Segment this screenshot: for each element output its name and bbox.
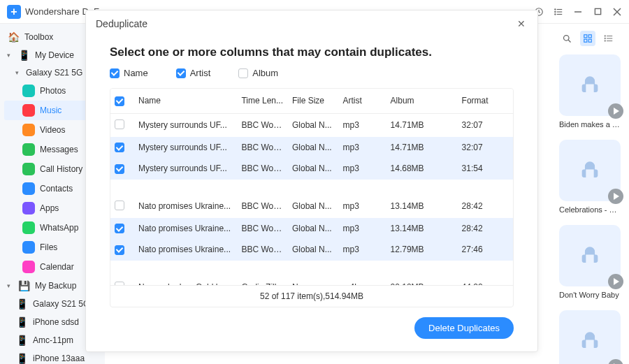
cell-time: BBC Worl... [237, 218, 288, 240]
column-filter-artist[interactable]: Artist [176, 68, 211, 78]
cell-artist: mp3 [339, 195, 386, 218]
cell-name: Mystery surrounds UF... [134, 113, 237, 137]
row-checkbox[interactable] [115, 201, 124, 210]
cell-format: 32:07 [458, 137, 513, 159]
cell-artist: mp3 [339, 158, 386, 180]
cell-time: BBC Worl... [237, 137, 288, 159]
column-filter-row: NameArtistAlbum [110, 68, 514, 78]
row-checkbox[interactable] [115, 119, 124, 129]
cell-artist: m4b [339, 276, 386, 286]
cell-format: 28:42 [458, 218, 513, 240]
cell-artist: mp3 [339, 113, 386, 137]
cell-album: 14.71MB [386, 137, 458, 159]
table-row[interactable]: Mystery surrounds UF... BBC Worl... Glob… [110, 158, 513, 180]
cell-size: Global N... [288, 137, 339, 159]
cell-time: Gerlis Zill... [237, 276, 288, 286]
row-checkbox[interactable] [115, 143, 124, 152]
cell-album: 13.14MB [386, 195, 458, 218]
cell-format: 32:07 [458, 113, 513, 137]
column-filter-name[interactable]: Name [110, 68, 148, 78]
table-row[interactable]: Nato promises Ukraine... BBC Worl... Glo… [110, 218, 513, 240]
column-header[interactable]: Name [134, 89, 237, 113]
select-all-header[interactable] [110, 89, 134, 113]
duplicates-table: NameTime Len...File SizeArtistAlbumForma… [110, 88, 514, 307]
cell-name: Nur noch eben Geld ho... [134, 276, 237, 286]
table-row[interactable]: Nur noch eben Geld ho... Gerlis Zill... … [110, 276, 513, 286]
column-header[interactable]: File Size [288, 89, 339, 113]
checkbox-icon[interactable] [238, 68, 248, 78]
cell-format: 31:54 [458, 158, 513, 180]
cell-size: Global N... [288, 113, 339, 137]
cell-time: BBC Worl... [237, 195, 288, 218]
cell-time: BBC Worl... [237, 113, 288, 137]
cell-name: Mystery surrounds UF... [134, 137, 237, 159]
cell-size: Global N... [288, 239, 339, 261]
cell-name: Mystery surrounds UF... [134, 158, 237, 180]
cell-time: BBC Worl... [237, 158, 288, 180]
checkbox-icon[interactable] [176, 68, 186, 78]
table-row[interactable]: Mystery surrounds UF... BBC Worl... Glob… [110, 137, 513, 159]
cell-size: Global N... [288, 195, 339, 218]
table-footer: 52 of 117 item(s),514.94MB [110, 285, 513, 307]
select-all-checkbox[interactable] [115, 96, 124, 106]
cell-album: 14.71MB [386, 113, 458, 137]
cell-format: 44:22 [458, 276, 513, 286]
row-checkbox[interactable] [115, 245, 124, 255]
cell-size: Global N... [288, 158, 339, 180]
table-row[interactable]: Nato promises Ukraine... BBC Worl... Glo… [110, 239, 513, 261]
row-checkbox[interactable] [115, 164, 124, 174]
close-icon[interactable]: ✕ [515, 17, 528, 30]
modal-title: Deduplicate [96, 18, 147, 29]
column-filter-album[interactable]: Album [238, 68, 278, 78]
column-header[interactable]: Album [386, 89, 458, 113]
row-checkbox[interactable] [115, 224, 124, 233]
cell-album: 13.14MB [386, 218, 458, 240]
cell-artist: mp3 [339, 239, 386, 261]
cell-name: Nato promises Ukraine... [134, 195, 237, 218]
modal-headline: Select one or more columns that may cont… [110, 45, 514, 59]
cell-format: 28:42 [458, 195, 513, 218]
cell-format: 27:46 [458, 239, 513, 261]
cell-size: Global N... [288, 218, 339, 240]
column-header[interactable]: Format [458, 89, 513, 113]
cell-album: 14.68MB [386, 158, 458, 180]
cell-name: Nato promises Ukraine... [134, 218, 237, 240]
cell-artist: mp3 [339, 218, 386, 240]
deduplicate-modal: Deduplicate ✕ Select one or more columns… [85, 10, 538, 352]
cell-artist: mp3 [339, 137, 386, 159]
cell-size: Nur noch ... [288, 276, 339, 286]
checkbox-icon[interactable] [110, 68, 120, 78]
cell-time: BBC Worl... [237, 239, 288, 261]
delete-duplicates-button[interactable]: Delete Duplicates [414, 317, 514, 339]
column-header[interactable]: Artist [339, 89, 386, 113]
cell-album: 12.79MB [386, 239, 458, 261]
table-row[interactable]: Mystery surrounds UF... BBC Worl... Glob… [110, 113, 513, 137]
column-header[interactable]: Time Len... [237, 89, 288, 113]
cell-album: 20.10MB [386, 276, 458, 286]
table-row[interactable]: Nato promises Ukraine... BBC Worl... Glo… [110, 195, 513, 218]
cell-name: Nato promises Ukraine... [134, 239, 237, 261]
